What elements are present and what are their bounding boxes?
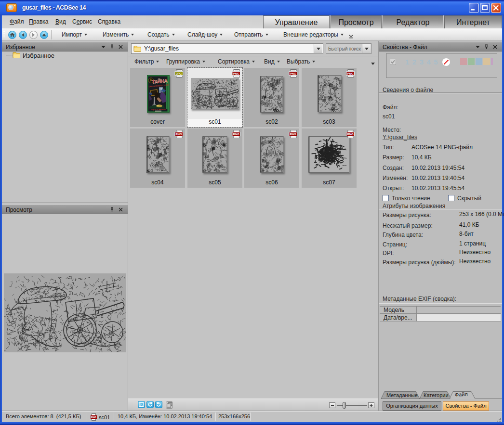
svg-text:PNG: PNG bbox=[290, 72, 296, 75]
svg-text:PNG: PNG bbox=[91, 416, 96, 419]
svg-text:PNG: PNG bbox=[233, 132, 239, 136]
svg-text:PNG: PNG bbox=[175, 132, 182, 136]
svg-text:Рауль Стивенс: Рауль Стивенс bbox=[151, 108, 166, 111]
svg-text:Файл: Файл bbox=[454, 391, 468, 398]
svg-text:Метаданные: Метаданные bbox=[386, 392, 418, 398]
svg-text:Категории: Категории bbox=[424, 392, 449, 398]
svg-text:PNG: PNG bbox=[347, 132, 354, 136]
svg-text:PNG: PNG bbox=[290, 132, 296, 136]
svg-text:PNG: PNG bbox=[233, 72, 239, 75]
svg-text:PNG: PNG bbox=[347, 72, 354, 75]
svg-text:JPG: JPG bbox=[176, 72, 182, 75]
